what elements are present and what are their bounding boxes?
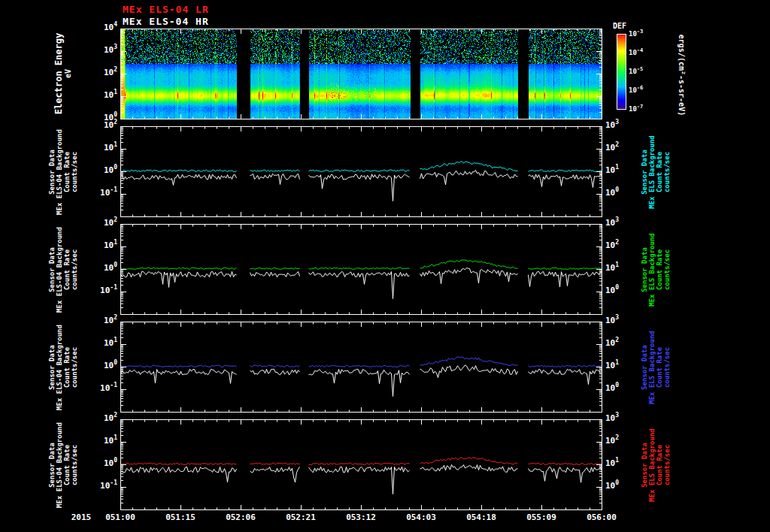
count-rate-panel-1-right-axis-title-line-1: MEx ELS Background	[648, 135, 656, 209]
count-rate-panel-1-canvas	[120, 126, 602, 217]
tick-exponent: 0	[615, 382, 619, 388]
tick-base: 10	[104, 338, 114, 348]
count-rate-panel-3-left-tick-0: 100	[104, 361, 117, 370]
count-rate-panel-1-right-tick-2: 102	[605, 144, 619, 153]
tick-exponent: 0	[114, 359, 117, 366]
count-rate-panel-1-left-tick-2: 102	[104, 121, 117, 130]
count-rate-panel-2-right-axis-title-line-0: Sensor Data	[641, 233, 648, 307]
tick-exponent: 2	[615, 141, 619, 148]
count-rate-panel-4-right-axis-title-line-3: counts/sec	[663, 428, 671, 502]
tick-exponent: 2	[114, 66, 117, 73]
tick-exponent: 3	[615, 314, 619, 321]
time-tick-054:03: 054:03	[400, 512, 442, 522]
tick-exponent: 2	[615, 337, 619, 343]
count-rate-panel-1-left-tick-1: 101	[104, 144, 117, 153]
count-rate-panel-1	[120, 126, 602, 217]
tick-base: 10	[629, 68, 637, 75]
tick-exponent: 2	[114, 119, 117, 125]
spectrogram-y-tick-1: 101	[104, 91, 117, 100]
tick-exponent: 1	[615, 164, 619, 171]
tick-base: 10	[605, 143, 615, 153]
y-axis-title-line2: eV	[64, 33, 73, 114]
colorbar-canvas	[617, 34, 626, 110]
count-rate-panel-3-right-tick-3: 103	[605, 316, 619, 325]
count-rate-panel-4-right-axis-title-line-0: Sensor Data	[641, 428, 648, 502]
count-rate-panel-2-left-axis-title-line-0: Sensor Data	[48, 227, 56, 313]
tick-base: 10	[605, 188, 615, 198]
count-rate-panel-4-left-axis-title-line-0: Sensor Data	[48, 422, 56, 508]
tick-base: 10	[605, 413, 615, 423]
tick-exponent: 1	[114, 239, 117, 246]
count-rate-panel-4-left-axis-title-line-2: Count Rate	[63, 422, 71, 508]
count-rate-panel-3-left-tick--1: 10-1	[100, 384, 117, 393]
count-rate-panel-1-right-axis-title-line-2: Count Rate	[656, 135, 663, 209]
count-rate-panel-2-right-axis-title-inner: Sensor DataMEx ELS BackgroundCount Ratec…	[641, 233, 671, 307]
title-mex-els-lr: MEx ELS-04 LR	[123, 4, 209, 16]
count-rate-panel-3-right-tick-2: 102	[605, 339, 619, 348]
count-rate-panel-3-canvas	[120, 322, 602, 413]
tick-exponent: 1	[615, 261, 619, 268]
tick-exponent: 2	[114, 412, 117, 419]
time-tick-055:09: 055:09	[520, 512, 562, 522]
tick-base: 10	[605, 338, 615, 348]
count-rate-panel-4-right-tick-0: 100	[605, 482, 619, 491]
count-rate-panel-2-left-tick-2: 102	[104, 219, 117, 228]
count-rate-panel-1-right-axis-title-line-0: Sensor Data	[641, 135, 648, 209]
tick-exponent: -1	[110, 479, 117, 486]
tick-exponent: 0	[615, 284, 619, 291]
count-rate-panel-1-left-axis-title-line-1: MEx ELS-04 Background	[56, 129, 63, 215]
count-rate-panel-1-right-tick-3: 103	[605, 121, 619, 130]
tick-base: 10	[100, 286, 110, 295]
tick-exponent: 1	[114, 89, 117, 95]
count-rate-panel-1-right-axis-title-inner: Sensor DataMEx ELS BackgroundCount Ratec…	[641, 135, 671, 209]
tick-exponent: -4	[637, 47, 643, 53]
tick-exponent: 1	[615, 457, 619, 464]
spectrogram-y-tick-2: 102	[104, 68, 117, 77]
count-rate-panel-1-right-tick-1: 101	[605, 166, 619, 175]
colorbar-tick--4: 10-4	[629, 49, 643, 56]
count-rate-panel-2-right-tick-1: 101	[605, 264, 619, 273]
plot-title-block: MEx ELS-04 LR MEx ELS-04 HR	[123, 4, 209, 28]
count-rate-panel-3-right-axis-title-line-3: counts/sec	[663, 331, 671, 404]
tick-exponent: 2	[114, 216, 117, 223]
tick-base: 10	[104, 458, 114, 468]
tick-base: 10	[100, 188, 110, 198]
count-rate-panel-1-left-tick--1: 10-1	[100, 189, 117, 198]
tick-exponent: 2	[615, 434, 619, 441]
tick-base: 10	[605, 240, 615, 250]
count-rate-panel-2-left-tick--1: 10-1	[100, 286, 117, 295]
tick-exponent: -3	[637, 29, 643, 35]
count-rate-panel-1-right-axis-title-line-3: counts/sec	[663, 135, 671, 209]
tick-base: 10	[605, 481, 615, 491]
count-rate-panel-2-right-axis-title-line-1: MEx ELS Background	[648, 233, 656, 307]
time-tick-054:18: 054:18	[460, 512, 502, 522]
count-rate-panel-3-left-axis-title-line-2: Count Rate	[63, 325, 71, 410]
tick-base: 10	[629, 49, 637, 56]
tick-base: 10	[629, 105, 637, 113]
tick-exponent: 3	[615, 119, 619, 125]
tick-base: 10	[605, 458, 615, 468]
tick-base: 10	[605, 263, 615, 273]
count-rate-panel-2-right-tick-0: 100	[605, 286, 619, 295]
count-rate-panel-1-left-axis-title-inner: Sensor DataMEx ELS-04 BackgroundCount Ra…	[48, 129, 78, 215]
tick-base: 10	[104, 45, 114, 55]
count-rate-panel-3-right-axis-title-line-1: MEx ELS Background	[648, 331, 656, 404]
tick-base: 10	[100, 481, 110, 491]
spectrogram-y-axis-title-inner: Electron Energy eV	[53, 33, 73, 114]
count-rate-panel-2-canvas	[120, 224, 602, 315]
tick-exponent: -7	[637, 104, 643, 110]
tick-base: 10	[104, 23, 114, 32]
title-mex-els-hr: MEx ELS-04 HR	[123, 16, 209, 28]
count-rate-panel-4-left-axis-title-inner: Sensor DataMEx ELS-04 BackgroundCount Ra…	[48, 422, 78, 508]
count-rate-panel-2-left-axis-title-inner: Sensor DataMEx ELS-04 BackgroundCount Ra…	[48, 227, 78, 313]
count-rate-panel-2-right-tick-2: 102	[605, 241, 619, 250]
count-rate-panel-1-left-axis-title-line-2: Count Rate	[63, 129, 71, 215]
tick-exponent: 1	[114, 141, 117, 148]
tick-base: 10	[605, 218, 615, 228]
colorbar-tick--6: 10-6	[629, 86, 643, 94]
tick-exponent: 3	[615, 216, 619, 223]
count-rate-panel-3-left-axis-title-line-1: MEx ELS-04 Background	[56, 325, 63, 410]
tick-base: 10	[104, 165, 114, 175]
tick-exponent: 0	[114, 111, 117, 118]
tick-base: 10	[605, 286, 615, 295]
